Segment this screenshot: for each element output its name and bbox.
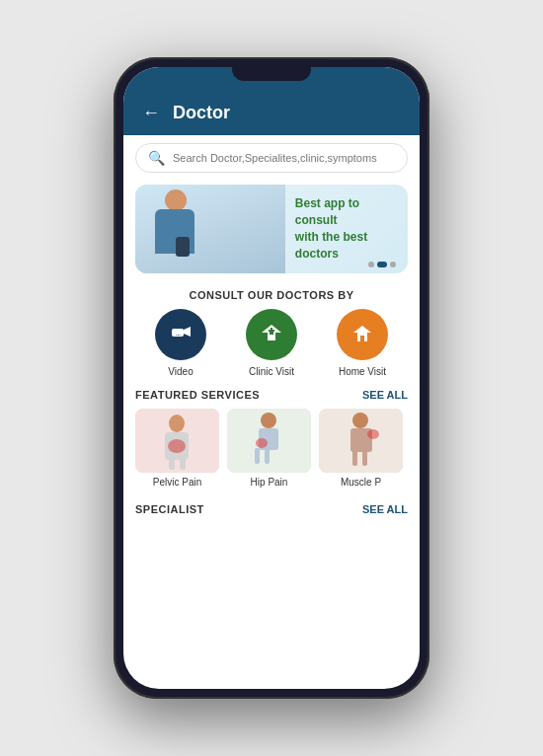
hip-name: Hip Pain	[227, 477, 311, 488]
phone-outer: ← Doctor 🔍	[114, 57, 429, 699]
svg-point-23	[256, 438, 268, 448]
video-icon-circle: ...	[155, 309, 206, 360]
services-row: Pelvic Pain	[135, 409, 408, 491]
search-icon: 🔍	[148, 150, 165, 166]
svg-point-29	[367, 429, 379, 439]
hip-image	[227, 409, 311, 473]
pelvic-svg	[135, 409, 219, 473]
search-container: 🔍	[123, 135, 420, 181]
consult-options: ... Video	[135, 309, 408, 377]
featured-label: FEATURED SERVICES	[135, 389, 260, 401]
search-input[interactable]	[173, 152, 395, 164]
svg-point-27	[352, 413, 368, 428]
banner-person-bg	[135, 185, 285, 273]
back-button[interactable]: ←	[139, 103, 163, 123]
phone-wrapper: ← Doctor 🔍	[114, 57, 429, 699]
svg-rect-13	[360, 336, 364, 341]
featured-section-header: FEATURED SERVICES SEE ALL	[135, 389, 408, 401]
banner-text-content: Best app to consult with the best doctor…	[295, 195, 398, 262]
svg-rect-24	[255, 448, 260, 464]
search-bar[interactable]: 🔍	[135, 143, 408, 173]
person-phone	[176, 237, 190, 257]
video-icon: ...	[167, 321, 194, 348]
svg-point-15	[169, 415, 185, 432]
specialist-section-header: SPECIALIST SEE ALL	[135, 503, 408, 515]
svg-rect-19	[180, 456, 186, 470]
home-icon	[349, 321, 376, 348]
service-card-muscle[interactable]: Muscle P	[319, 409, 403, 488]
consult-option-video[interactable]: ... Video	[155, 309, 206, 377]
svg-point-21	[261, 413, 276, 428]
hip-svg	[227, 409, 311, 473]
clinic-icon-circle	[246, 309, 297, 360]
service-card-hip[interactable]: Hip Pain	[227, 409, 311, 488]
banner-text: Best app to consult with the best doctor…	[285, 185, 408, 273]
phone-inner: ← Doctor 🔍	[123, 67, 420, 689]
muscle-name: Muscle P	[319, 477, 403, 488]
dot-2	[377, 262, 387, 267]
svg-point-17	[168, 439, 186, 453]
status-bar	[123, 67, 420, 95]
home-label: Home Visit	[339, 366, 386, 377]
consult-option-clinic[interactable]: Clinic Visit	[246, 309, 297, 377]
svg-rect-25	[265, 448, 270, 464]
pelvic-image	[135, 409, 219, 473]
video-label: Video	[168, 366, 193, 377]
banner-image	[135, 185, 285, 273]
specialist-label: SPECIALIST	[135, 503, 204, 515]
muscle-svg	[319, 409, 403, 473]
home-icon-circle	[337, 309, 388, 360]
clinic-icon	[258, 321, 285, 348]
main-content: CONSULT OUR DOCTORS BY ... Video	[123, 281, 420, 689]
svg-rect-31	[362, 450, 367, 466]
svg-rect-30	[352, 450, 357, 466]
svg-rect-9	[269, 330, 274, 332]
consult-section-title: CONSULT OUR DOCTORS BY	[135, 289, 408, 301]
person-head	[165, 189, 187, 211]
banner-dots	[368, 262, 396, 267]
featured-see-all[interactable]: SEE ALL	[362, 389, 408, 401]
page-title: Doctor	[173, 103, 230, 123]
consult-option-home[interactable]: Home Visit	[337, 309, 388, 377]
service-card-pelvic[interactable]: Pelvic Pain	[135, 409, 219, 488]
dot-3	[390, 262, 396, 267]
person-body	[155, 209, 194, 254]
app-header: ← Doctor	[123, 95, 420, 135]
person-figure	[145, 189, 214, 273]
specialist-see-all[interactable]: SEE ALL	[362, 503, 408, 515]
clinic-label: Clinic Visit	[249, 366, 294, 377]
dot-1	[368, 262, 374, 267]
notch	[232, 67, 311, 81]
svg-text:...: ...	[176, 331, 181, 337]
pelvic-name: Pelvic Pain	[135, 477, 219, 488]
muscle-image	[319, 409, 403, 473]
svg-rect-18	[169, 456, 175, 470]
promo-banner: Best app to consult with the best doctor…	[135, 185, 408, 273]
